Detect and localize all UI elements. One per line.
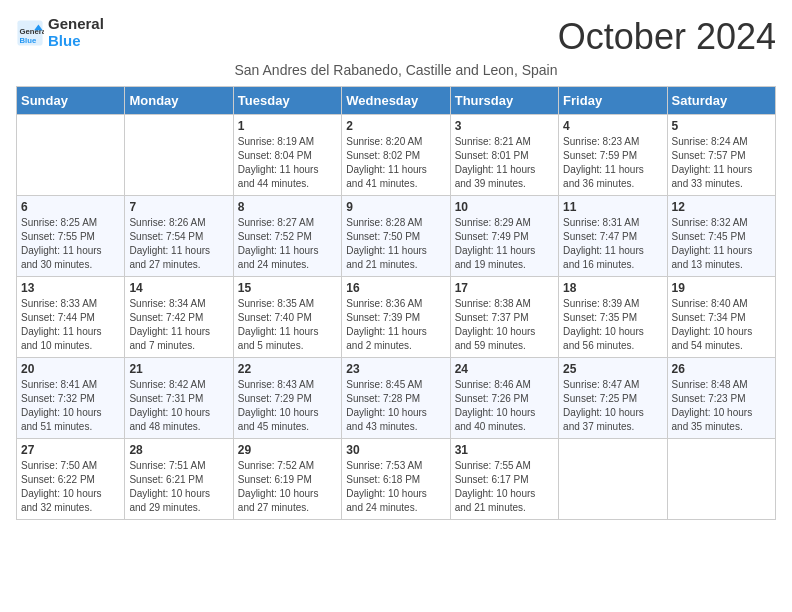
calendar-week-row: 1Sunrise: 8:19 AM Sunset: 8:04 PM Daylig… (17, 115, 776, 196)
calendar-cell: 30Sunrise: 7:53 AM Sunset: 6:18 PM Dayli… (342, 439, 450, 520)
calendar-cell: 7Sunrise: 8:26 AM Sunset: 7:54 PM Daylig… (125, 196, 233, 277)
day-number: 5 (672, 119, 771, 133)
day-content: Sunrise: 8:23 AM Sunset: 7:59 PM Dayligh… (563, 135, 662, 191)
day-content: Sunrise: 8:25 AM Sunset: 7:55 PM Dayligh… (21, 216, 120, 272)
day-number: 7 (129, 200, 228, 214)
day-number: 26 (672, 362, 771, 376)
day-number: 8 (238, 200, 337, 214)
logo: General Blue General Blue (16, 16, 104, 49)
calendar-cell: 12Sunrise: 8:32 AM Sunset: 7:45 PM Dayli… (667, 196, 775, 277)
calendar-header-row: SundayMondayTuesdayWednesdayThursdayFrid… (17, 87, 776, 115)
calendar-cell: 26Sunrise: 8:48 AM Sunset: 7:23 PM Dayli… (667, 358, 775, 439)
subtitle: San Andres del Rabanedo, Castille and Le… (16, 62, 776, 78)
calendar-cell: 8Sunrise: 8:27 AM Sunset: 7:52 PM Daylig… (233, 196, 341, 277)
day-content: Sunrise: 8:40 AM Sunset: 7:34 PM Dayligh… (672, 297, 771, 353)
calendar-header-cell: Friday (559, 87, 667, 115)
calendar-cell: 31Sunrise: 7:55 AM Sunset: 6:17 PM Dayli… (450, 439, 558, 520)
calendar-cell: 3Sunrise: 8:21 AM Sunset: 8:01 PM Daylig… (450, 115, 558, 196)
day-content: Sunrise: 7:52 AM Sunset: 6:19 PM Dayligh… (238, 459, 337, 515)
calendar-cell: 18Sunrise: 8:39 AM Sunset: 7:35 PM Dayli… (559, 277, 667, 358)
day-number: 31 (455, 443, 554, 457)
day-content: Sunrise: 8:42 AM Sunset: 7:31 PM Dayligh… (129, 378, 228, 434)
day-content: Sunrise: 8:41 AM Sunset: 7:32 PM Dayligh… (21, 378, 120, 434)
day-content: Sunrise: 8:19 AM Sunset: 8:04 PM Dayligh… (238, 135, 337, 191)
calendar-cell (667, 439, 775, 520)
day-content: Sunrise: 7:55 AM Sunset: 6:17 PM Dayligh… (455, 459, 554, 515)
day-content: Sunrise: 8:36 AM Sunset: 7:39 PM Dayligh… (346, 297, 445, 353)
day-content: Sunrise: 8:32 AM Sunset: 7:45 PM Dayligh… (672, 216, 771, 272)
day-number: 12 (672, 200, 771, 214)
calendar-cell: 4Sunrise: 8:23 AM Sunset: 7:59 PM Daylig… (559, 115, 667, 196)
calendar-cell: 23Sunrise: 8:45 AM Sunset: 7:28 PM Dayli… (342, 358, 450, 439)
day-content: Sunrise: 8:35 AM Sunset: 7:40 PM Dayligh… (238, 297, 337, 353)
calendar-cell: 22Sunrise: 8:43 AM Sunset: 7:29 PM Dayli… (233, 358, 341, 439)
day-number: 21 (129, 362, 228, 376)
calendar-header-cell: Tuesday (233, 87, 341, 115)
logo-line2: Blue (48, 33, 104, 50)
logo-line1: General (48, 16, 104, 33)
calendar-cell (559, 439, 667, 520)
day-number: 2 (346, 119, 445, 133)
day-content: Sunrise: 7:51 AM Sunset: 6:21 PM Dayligh… (129, 459, 228, 515)
svg-text:Blue: Blue (20, 35, 37, 44)
calendar-cell: 24Sunrise: 8:46 AM Sunset: 7:26 PM Dayli… (450, 358, 558, 439)
calendar-cell: 27Sunrise: 7:50 AM Sunset: 6:22 PM Dayli… (17, 439, 125, 520)
calendar-cell: 21Sunrise: 8:42 AM Sunset: 7:31 PM Dayli… (125, 358, 233, 439)
calendar-header-cell: Monday (125, 87, 233, 115)
calendar-week-row: 27Sunrise: 7:50 AM Sunset: 6:22 PM Dayli… (17, 439, 776, 520)
day-number: 23 (346, 362, 445, 376)
calendar-cell: 1Sunrise: 8:19 AM Sunset: 8:04 PM Daylig… (233, 115, 341, 196)
calendar-cell: 13Sunrise: 8:33 AM Sunset: 7:44 PM Dayli… (17, 277, 125, 358)
day-number: 25 (563, 362, 662, 376)
title-area: October 2024 (558, 16, 776, 58)
calendar-cell: 15Sunrise: 8:35 AM Sunset: 7:40 PM Dayli… (233, 277, 341, 358)
day-content: Sunrise: 8:47 AM Sunset: 7:25 PM Dayligh… (563, 378, 662, 434)
day-number: 29 (238, 443, 337, 457)
calendar-header-cell: Wednesday (342, 87, 450, 115)
day-content: Sunrise: 8:43 AM Sunset: 7:29 PM Dayligh… (238, 378, 337, 434)
day-content: Sunrise: 8:29 AM Sunset: 7:49 PM Dayligh… (455, 216, 554, 272)
day-number: 15 (238, 281, 337, 295)
calendar-cell (125, 115, 233, 196)
calendar-cell: 16Sunrise: 8:36 AM Sunset: 7:39 PM Dayli… (342, 277, 450, 358)
calendar-table: SundayMondayTuesdayWednesdayThursdayFrid… (16, 86, 776, 520)
day-number: 28 (129, 443, 228, 457)
logo-icon: General Blue (16, 19, 44, 47)
calendar-cell: 20Sunrise: 8:41 AM Sunset: 7:32 PM Dayli… (17, 358, 125, 439)
day-number: 24 (455, 362, 554, 376)
day-content: Sunrise: 8:31 AM Sunset: 7:47 PM Dayligh… (563, 216, 662, 272)
day-content: Sunrise: 8:28 AM Sunset: 7:50 PM Dayligh… (346, 216, 445, 272)
calendar-week-row: 13Sunrise: 8:33 AM Sunset: 7:44 PM Dayli… (17, 277, 776, 358)
calendar-cell: 17Sunrise: 8:38 AM Sunset: 7:37 PM Dayli… (450, 277, 558, 358)
calendar-cell: 14Sunrise: 8:34 AM Sunset: 7:42 PM Dayli… (125, 277, 233, 358)
calendar-week-row: 6Sunrise: 8:25 AM Sunset: 7:55 PM Daylig… (17, 196, 776, 277)
calendar-cell: 10Sunrise: 8:29 AM Sunset: 7:49 PM Dayli… (450, 196, 558, 277)
day-content: Sunrise: 8:38 AM Sunset: 7:37 PM Dayligh… (455, 297, 554, 353)
day-number: 19 (672, 281, 771, 295)
day-number: 22 (238, 362, 337, 376)
day-number: 1 (238, 119, 337, 133)
day-number: 27 (21, 443, 120, 457)
day-content: Sunrise: 8:39 AM Sunset: 7:35 PM Dayligh… (563, 297, 662, 353)
day-number: 30 (346, 443, 445, 457)
day-number: 11 (563, 200, 662, 214)
calendar-header-cell: Thursday (450, 87, 558, 115)
calendar-header-cell: Sunday (17, 87, 125, 115)
day-number: 4 (563, 119, 662, 133)
day-content: Sunrise: 7:53 AM Sunset: 6:18 PM Dayligh… (346, 459, 445, 515)
calendar-cell: 19Sunrise: 8:40 AM Sunset: 7:34 PM Dayli… (667, 277, 775, 358)
calendar-cell: 11Sunrise: 8:31 AM Sunset: 7:47 PM Dayli… (559, 196, 667, 277)
day-number: 10 (455, 200, 554, 214)
day-number: 17 (455, 281, 554, 295)
day-content: Sunrise: 8:33 AM Sunset: 7:44 PM Dayligh… (21, 297, 120, 353)
day-number: 18 (563, 281, 662, 295)
calendar-cell: 28Sunrise: 7:51 AM Sunset: 6:21 PM Dayli… (125, 439, 233, 520)
day-content: Sunrise: 8:48 AM Sunset: 7:23 PM Dayligh… (672, 378, 771, 434)
calendar-cell: 29Sunrise: 7:52 AM Sunset: 6:19 PM Dayli… (233, 439, 341, 520)
day-content: Sunrise: 8:34 AM Sunset: 7:42 PM Dayligh… (129, 297, 228, 353)
header: General Blue General Blue October 2024 (16, 16, 776, 58)
calendar-cell (17, 115, 125, 196)
day-content: Sunrise: 8:45 AM Sunset: 7:28 PM Dayligh… (346, 378, 445, 434)
day-number: 13 (21, 281, 120, 295)
day-number: 9 (346, 200, 445, 214)
